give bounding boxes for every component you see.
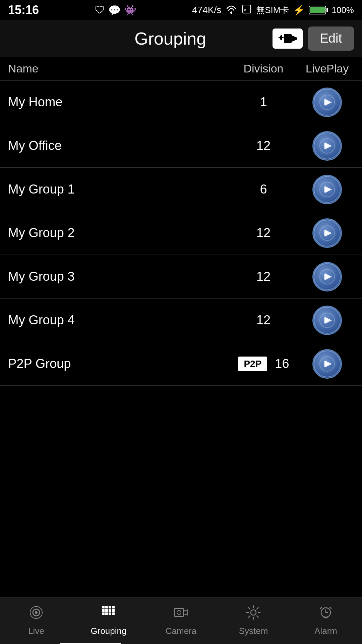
group-name: P2P Group <box>8 357 227 371</box>
svg-point-20 <box>35 611 38 614</box>
svg-point-14 <box>320 182 335 197</box>
liveplay-button-cell <box>300 349 354 379</box>
svg-point-15 <box>320 226 335 240</box>
wifi-icon <box>225 4 237 16</box>
svg-rect-33 <box>112 612 115 615</box>
live-icon <box>29 605 44 623</box>
group-name: My Home <box>8 95 227 109</box>
group-division: 1 <box>227 95 300 109</box>
svg-point-12 <box>320 95 335 110</box>
svg-rect-28 <box>109 609 111 612</box>
status-time: 15:16 <box>8 3 39 17</box>
liveplay-button[interactable] <box>312 218 342 248</box>
nav-label-grouping: Grouping <box>91 626 127 636</box>
svg-rect-32 <box>109 612 111 615</box>
camera-icon <box>174 605 188 623</box>
col-header-division: Division <box>227 62 300 75</box>
table-row[interactable]: My Office12 <box>0 124 362 168</box>
status-icons: 🛡 💬 👾 <box>95 4 136 16</box>
table-row[interactable]: My Home1 <box>0 80 362 124</box>
col-header-liveplay: LivePlay <box>300 62 354 75</box>
svg-rect-25 <box>112 606 115 608</box>
svg-rect-29 <box>112 609 115 612</box>
battery-indicator: 100% <box>309 5 354 15</box>
svg-rect-8 <box>285 35 292 42</box>
svg-marker-35 <box>184 610 188 615</box>
liveplay-button[interactable] <box>312 175 342 204</box>
svg-rect-23 <box>105 606 108 608</box>
liveplay-button[interactable] <box>312 349 342 379</box>
group-division: 12 <box>227 226 300 240</box>
group-name: My Group 1 <box>8 182 227 197</box>
liveplay-button[interactable] <box>312 262 342 291</box>
svg-rect-30 <box>102 612 105 615</box>
svg-rect-22 <box>102 606 105 608</box>
p2p-badge: P2P <box>238 356 267 372</box>
liveplay-button-cell <box>300 131 354 161</box>
network-speed: 474K/s <box>192 5 221 15</box>
battery-percent: 100% <box>331 5 354 15</box>
svg-rect-24 <box>109 606 111 608</box>
svg-rect-34 <box>174 608 184 616</box>
svg-point-13 <box>320 139 335 153</box>
table-row[interactable]: My Group 16 <box>0 168 362 211</box>
group-division: 6 <box>227 182 300 197</box>
column-headers: Name Division LivePlay <box>0 57 362 80</box>
alarm-icon <box>318 605 333 623</box>
table-row[interactable]: My Group 212 <box>0 211 362 255</box>
header: Grouping + Edit <box>0 20 362 57</box>
group-name: My Group 4 <box>8 313 227 327</box>
liveplay-button-cell <box>300 262 354 291</box>
nav-label-alarm: Alarm <box>314 626 337 636</box>
grouping-icon <box>101 605 116 623</box>
svg-rect-27 <box>105 609 108 612</box>
nav-item-grouping[interactable]: Grouping <box>72 605 145 636</box>
liveplay-button[interactable] <box>312 88 342 117</box>
liveplay-button[interactable] <box>312 306 342 335</box>
table-row[interactable]: P2P GroupP2P16 <box>0 342 362 386</box>
nav-item-alarm[interactable]: Alarm <box>290 605 362 636</box>
main-content: My Home1 My Office12 My Group 16 My Grou… <box>0 80 362 433</box>
app-icon-1: 🛡 <box>95 4 105 16</box>
header-actions: + Edit <box>273 26 354 51</box>
group-division: P2P16 <box>227 356 300 372</box>
liveplay-button-cell <box>300 175 354 204</box>
nav-label-live: Live <box>28 626 44 636</box>
nav-item-system[interactable]: System <box>217 605 290 636</box>
liveplay-button[interactable] <box>312 131 342 161</box>
svg-point-36 <box>177 610 181 614</box>
group-division: 12 <box>227 313 300 327</box>
group-division: 12 <box>227 269 300 284</box>
svg-point-18 <box>320 357 335 371</box>
table-row[interactable]: My Group 412 <box>0 299 362 342</box>
app-icon-2: 💬 <box>108 4 121 16</box>
group-name: My Group 3 <box>8 269 227 284</box>
sim-icon: ✕ <box>241 4 252 16</box>
table-row[interactable]: My Group 312 <box>0 255 362 299</box>
svg-line-42 <box>330 607 331 608</box>
liveplay-button-cell <box>300 218 354 248</box>
edit-button[interactable]: Edit <box>308 26 354 51</box>
svg-rect-11 <box>281 35 282 40</box>
group-name: My Group 2 <box>8 226 227 240</box>
group-name: My Office <box>8 139 227 153</box>
status-bar: 15:16 🛡 💬 👾 474K/s ✕ 無SIM卡 ⚡ <box>0 0 362 20</box>
sim-text: 無SIM卡 <box>256 4 289 16</box>
svg-text:✕: ✕ <box>244 8 246 12</box>
svg-line-41 <box>320 607 322 608</box>
svg-point-17 <box>320 313 335 328</box>
system-icon <box>246 605 261 623</box>
nav-label-camera: Camera <box>166 626 196 636</box>
add-camera-button[interactable]: + <box>273 29 303 49</box>
nav-label-system: System <box>239 626 268 636</box>
page-title: Grouping <box>68 29 273 49</box>
app-icon-3: 👾 <box>124 4 136 16</box>
group-division: 12 <box>227 139 300 153</box>
lightning-icon: ⚡ <box>293 5 305 16</box>
svg-point-0 <box>230 12 232 14</box>
nav-item-live[interactable]: Live <box>0 605 72 636</box>
liveplay-button-cell <box>300 306 354 335</box>
svg-point-37 <box>251 610 256 615</box>
nav-item-camera[interactable]: Camera <box>145 605 217 636</box>
svg-rect-26 <box>102 609 105 612</box>
